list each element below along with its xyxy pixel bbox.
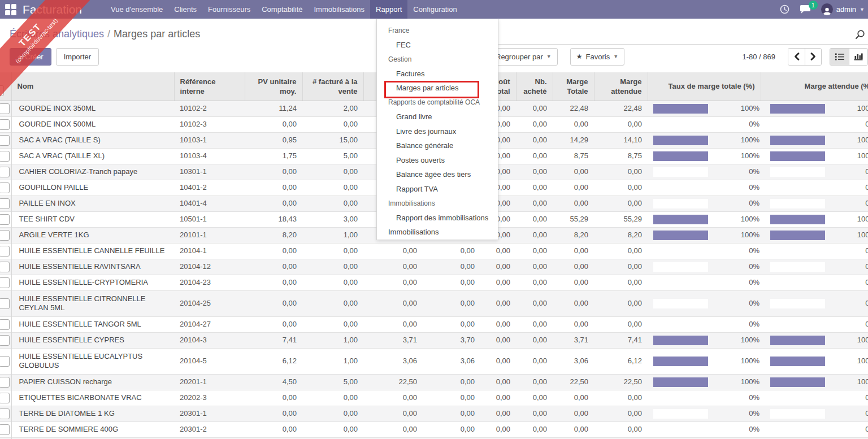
table-row[interactable]: HUILE ESSENTIELLE CYPRES20104-37,411,003… [0,332,868,348]
row-checkbox[interactable] [0,198,10,209]
row-checkbox[interactable] [0,356,10,367]
progress-bar [653,120,708,129]
user-menu[interactable]: admin ▼ [821,3,865,15]
header-taux-de-marge-totale[interactable]: Taux de marge totale (%) [648,72,761,101]
menu-item[interactable]: Livre des journaux [377,124,498,139]
user-caret-icon: ▼ [860,7,865,12]
cell-marge-attendue: 0,00 [594,195,648,211]
cell-facture-vente: 1,00 [302,348,363,374]
row-checkbox[interactable] [0,119,10,130]
cell-taux-marge-totale: 0% [648,290,761,316]
nav-item-rapport[interactable]: Rapport [370,0,407,19]
menu-item[interactable]: Immobilisations [377,225,498,240]
cell-hidden-2: 0,00 [423,406,480,421]
cell-hidden-2: 0,00 [423,259,480,275]
header-nom[interactable]: Nom [11,72,174,101]
table-row[interactable]: HUILE ESSENTIELLE EUCALYPTUS GLOBULUS201… [0,348,868,374]
menu-item-marges-par-articles-highlighted[interactable]: Marges par articles [377,81,498,95]
cell-nb-achete: 0,00 [516,148,553,164]
row-checkbox[interactable] [0,408,10,419]
header-pv-unitaire-moy[interactable]: PV unitaire moy. [245,72,302,101]
cell-taux-marge-totale: 0% [648,390,761,406]
menu-item[interactable]: Rapport des immobilisations [377,211,498,225]
favorites-button[interactable]: ★ Favoris ▼ [570,48,624,66]
cell-taux-marge-attendue: 0% [761,290,868,316]
row-checkbox[interactable] [0,298,10,309]
cell-taux-marge-attendue: 0% [761,275,868,290]
cell-marge-totale: 0,00 [553,406,594,421]
import-button[interactable]: Importer [56,48,99,66]
menu-item[interactable]: Rapport TVA [377,182,498,197]
table-row[interactable]: TERRE DE DIATOMEE 1 KG20301-10,000,000,0… [0,406,868,421]
row-checkbox[interactable] [0,377,10,388]
nav-item-configuration[interactable]: Configuration [407,0,462,19]
table-row[interactable]: HUILE ESSENTIELLE TANGOR 5ML20104-270,00… [0,316,868,332]
table-row[interactable]: ETIQUETTES BICARBONATE VRAC20202-30,000,… [0,390,868,406]
header-taux-marge-attendue[interactable]: Marge attendue (%) [761,72,868,101]
table-row[interactable]: TERRE DE SOMMIERE 400G20301-20,000,000,0… [0,421,868,437]
menu-item[interactable]: Postes ouverts [377,153,498,168]
row-checkbox[interactable] [0,393,10,403]
row-checkbox[interactable] [0,319,10,330]
pager-previous-button[interactable] [788,49,805,65]
breadcrumb-parent-link[interactable]: Écritures analytiques [10,28,104,40]
view-switcher [830,48,868,66]
nav-item-vue-densemble[interactable]: Vue d'ensemble [105,0,168,19]
progress-bar [653,136,708,145]
row-checkbox[interactable] [0,424,10,435]
cell-cout-total: 0,00 [480,259,516,275]
row-checkbox[interactable] [0,151,10,162]
menu-item[interactable]: Balance générale [377,138,498,153]
menu-item[interactable]: Grand livre [377,110,498,124]
menu-section-label: France [377,23,498,38]
row-checkbox-cell [0,211,11,227]
nav-item-clients[interactable]: Clients [168,0,202,19]
activities-clock-icon[interactable] [780,5,789,14]
table-row[interactable]: HUILE ESSENTIELLE RAVINTSARA20104-120,00… [0,259,868,275]
select-all-checkbox[interactable] [0,85,4,96]
row-checkbox[interactable] [0,246,10,257]
table-row[interactable]: HUILE ESSENTIELLE-CRYPTOMERIA20104-230,0… [0,275,868,290]
cell-taux-marge-attendue: 100% [761,148,868,164]
nav-item-immobilisations[interactable]: Immobilisations [309,0,371,19]
group-by-button[interactable]: Regrouper par ▼ [489,48,558,66]
header-marge-totale[interactable]: Marge Totale [553,72,594,101]
row-checkbox[interactable] [0,182,10,193]
row-checkbox[interactable] [0,335,10,346]
list-view-button[interactable] [830,49,849,65]
row-checkbox[interactable] [0,277,10,288]
cell-reference: 20104-5 [174,348,245,374]
menu-item[interactable]: Factures [377,67,498,81]
cell-nom: HUILE ESSENTIELLE CYPRES [11,332,174,348]
header-nb-achete[interactable]: Nb. acheté [516,72,553,101]
search-icon[interactable] [854,29,865,40]
row-checkbox[interactable] [0,230,10,241]
table-row[interactable]: HUILE ESSENTIELLE CANNELLE FEUILLE20104-… [0,243,868,259]
cell-hidden-1: 0,00 [363,290,423,316]
nav-item-comptabilite[interactable]: Comptabilité [256,0,308,19]
cell-taux-marge-totale: 0% [648,195,761,211]
row-checkbox[interactable] [0,214,10,225]
menu-item[interactable]: FEC [377,38,498,53]
row-checkbox[interactable] [0,135,10,146]
row-checkbox[interactable] [0,262,10,272]
star-icon: ★ [576,53,583,60]
messages-icon[interactable]: 1 [800,5,811,14]
table-row[interactable]: HUILE ESSENTIELLE CITRONNELLE CEYLAN 5ML… [0,290,868,316]
progress-label: 100% [825,151,868,160]
apps-grid-icon[interactable] [5,4,18,15]
header-reference-interne[interactable]: Référence interne [174,72,245,101]
pager-next-button[interactable] [805,49,821,65]
table-row[interactable]: PAPIER CUISSON recharge20201-14,505,0022… [0,374,868,390]
cell-reference: 10102-3 [174,116,245,132]
pivot-chart-view-button[interactable] [849,49,867,65]
row-checkbox[interactable] [0,167,10,177]
menu-item[interactable]: Balance âgée des tiers [377,167,498,182]
nav-item-fournisseurs[interactable]: Fournisseurs [202,0,256,19]
progress-bar [770,393,825,403]
header-marge-attendue[interactable]: Marge attendue [594,72,648,101]
row-checkbox[interactable] [0,103,10,114]
header-facture-a-la-vente[interactable]: # facturé à la vente [302,72,363,101]
create-button[interactable]: + Créer [10,48,51,66]
cell-cout-total: 0,00 [480,374,516,390]
